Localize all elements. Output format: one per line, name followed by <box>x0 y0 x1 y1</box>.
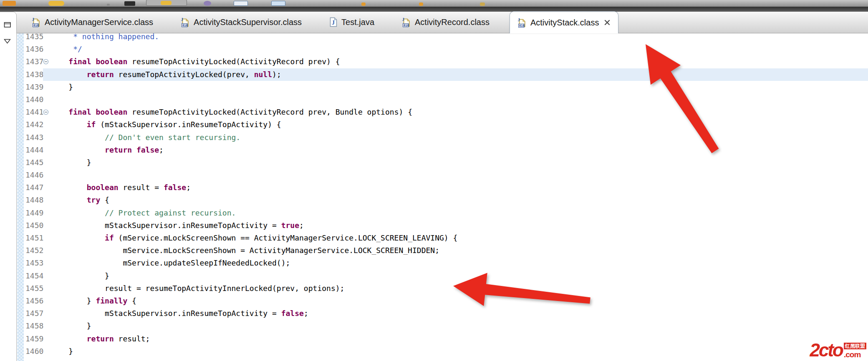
code-line-1454[interactable]: 1454 } <box>24 270 868 282</box>
dot-orange-2[interactable] <box>419 3 423 6</box>
code-line-1450[interactable]: 1450 mStackSupervisor.inResumeTopActivit… <box>24 219 868 232</box>
editor-tab-bar: J 010 ActivityManagerService.class J 010… <box>17 12 868 33</box>
lightbulb-icon[interactable] <box>48 1 64 6</box>
code-line-1435[interactable]: 1435 * nothing happened. <box>24 33 868 43</box>
code-line-1457[interactable]: 1457 mStackSupervisor.inResumeTopActivit… <box>24 307 868 320</box>
svg-text:J: J <box>402 17 405 22</box>
code-text: if (mService.mLockScreenShown == Activit… <box>50 232 868 244</box>
tab-activitymanagerservice-class[interactable]: J 010 ActivityManagerService.class <box>24 11 161 33</box>
code-line-1446[interactable]: 1446 <box>24 169 868 181</box>
fold-gutter <box>43 43 50 55</box>
code-text: } <box>50 81 868 93</box>
code-line-1442[interactable]: 1442 if (mStackSupervisor.inResumeTopAct… <box>24 118 868 131</box>
line-number: 1459 <box>24 333 43 345</box>
line-number: 1445 <box>24 156 43 169</box>
code-line-1461[interactable]: 1461 <box>24 358 868 361</box>
line-number: 1457 <box>24 307 43 320</box>
fold-gutter <box>43 270 50 282</box>
eclipse-window: J 010 ActivityManagerService.class J 010… <box>0 0 868 361</box>
code-text: return false; <box>50 144 868 156</box>
code-line-1443[interactable]: 1443 // Don't even start recursing. <box>24 131 868 144</box>
code-line-1437[interactable]: 1437 final boolean resumeTopActivityLock… <box>24 55 868 68</box>
restore-editor-icon[interactable] <box>4 21 11 30</box>
code-line-1452[interactable]: 1452 mService.mLockScreenShown = Activit… <box>24 244 868 257</box>
fold-gutter <box>43 156 50 169</box>
code-line-1458[interactable]: 1458 } <box>24 320 868 332</box>
code-text: // Don't even start recursing. <box>50 131 868 144</box>
java-file-icon: J <box>329 17 338 28</box>
dot-icon[interactable] <box>107 4 110 6</box>
code-line-1459[interactable]: 1459 return result; <box>24 333 868 345</box>
code-line-1460[interactable]: 1460 } <box>24 345 868 358</box>
code-line-1436[interactable]: 1436 */ <box>24 43 868 55</box>
dot-orange-1[interactable] <box>361 3 366 6</box>
code-line-1441[interactable]: 1441 final boolean resumeTopActivityLock… <box>24 106 868 118</box>
line-number: 1460 <box>24 345 43 358</box>
svg-text:010: 010 <box>404 24 409 27</box>
fold-gutter <box>43 181 50 194</box>
hand-button-icon[interactable] <box>146 0 187 6</box>
code-text <box>50 358 868 361</box>
tab-label: ActivityRecord.class <box>415 18 490 27</box>
tab-test-java[interactable]: J Test.java <box>322 11 382 33</box>
dot-orange-3[interactable] <box>480 3 485 6</box>
tab-activityrecord-class[interactable]: J 010 ActivityRecord.class <box>394 11 497 33</box>
line-number: 1440 <box>24 93 43 106</box>
window-icon[interactable] <box>234 1 248 6</box>
tab-close-icon[interactable] <box>604 19 611 26</box>
code-text <box>50 93 868 106</box>
fold-gutter <box>43 232 50 244</box>
watermark-cn-badge: 红黑联盟 <box>844 343 866 349</box>
code-line-1447[interactable]: 1447 boolean result = false; <box>24 181 868 194</box>
svg-text:010: 010 <box>182 24 188 27</box>
svg-text:J: J <box>517 17 520 22</box>
code-text: */ <box>50 43 868 55</box>
fold-gutter <box>43 68 50 81</box>
code-line-1456[interactable]: 1456 } finally { <box>24 295 868 307</box>
fold-gutter <box>43 257 50 269</box>
folder-icon[interactable] <box>3 1 16 6</box>
line-number: 1442 <box>24 118 43 131</box>
tab-label: ActivityManagerService.class <box>45 18 153 27</box>
code-line-1444[interactable]: 1444 return false; <box>24 144 868 156</box>
code-text: result = resumeTopActivityInnerLocked(pr… <box>50 282 868 295</box>
code-editor[interactable]: 1435 * nothing happened.1436 */1437 fina… <box>17 33 868 361</box>
fold-gutter <box>43 194 50 206</box>
code-text: final boolean resumeTopActivityLocked(Ac… <box>50 55 868 68</box>
window-icon-2[interactable] <box>271 1 285 6</box>
fold-collapse-icon[interactable] <box>43 106 50 118</box>
annotation-ruler[interactable] <box>17 33 24 361</box>
orb-icon[interactable] <box>204 1 211 6</box>
code-line-1448[interactable]: 1448 try { <box>24 194 868 206</box>
code-line-1451[interactable]: 1451 if (mService.mLockScreenShown == Ac… <box>24 232 868 244</box>
fold-gutter <box>43 169 50 181</box>
code-text: boolean result = false; <box>50 181 868 194</box>
tab-activitystacksupervisor-class[interactable]: J 010 ActivityStackSupervisor.class <box>173 11 309 33</box>
fold-gutter <box>43 295 50 307</box>
fold-gutter <box>43 93 50 106</box>
main-toolbar <box>0 0 868 7</box>
line-number: 1458 <box>24 320 43 332</box>
code-line-1455[interactable]: 1455 result = resumeTopActivityInnerLock… <box>24 282 868 295</box>
code-line-1438[interactable]: 1438 return resumeTopActivityLocked(prev… <box>24 68 868 81</box>
code-line-1445[interactable]: 1445 } <box>24 156 868 169</box>
class-file-icon: J 010 <box>181 17 190 28</box>
code-line-1449[interactable]: 1449 // Protect against recursion. <box>24 207 868 219</box>
tab-activitystack-class[interactable]: J 010 ActivityStack.class <box>510 11 618 33</box>
code-text: mStackSupervisor.inResumeTopActivity = t… <box>50 219 868 232</box>
tab-label: ActivityStack.class <box>530 18 599 28</box>
code-text: mService.mLockScreenShown = ActivityMana… <box>50 244 868 257</box>
code-line-1453[interactable]: 1453 mService.updateSleepIfNeededLocked(… <box>24 257 868 269</box>
fold-gutter <box>43 345 50 358</box>
code-text <box>50 169 868 181</box>
line-number: 1455 <box>24 282 43 295</box>
watermark-brand: 2cto <box>810 341 843 359</box>
dropdown-triangle-icon[interactable] <box>4 38 11 45</box>
svg-text:J: J <box>181 17 184 22</box>
code-line-1439[interactable]: 1439 } <box>24 81 868 93</box>
fold-collapse-icon[interactable] <box>43 55 50 68</box>
line-number: 1461 <box>24 358 43 361</box>
pen-icon[interactable] <box>124 1 135 6</box>
fold-gutter <box>43 207 50 219</box>
code-line-1440[interactable]: 1440 <box>24 93 868 106</box>
